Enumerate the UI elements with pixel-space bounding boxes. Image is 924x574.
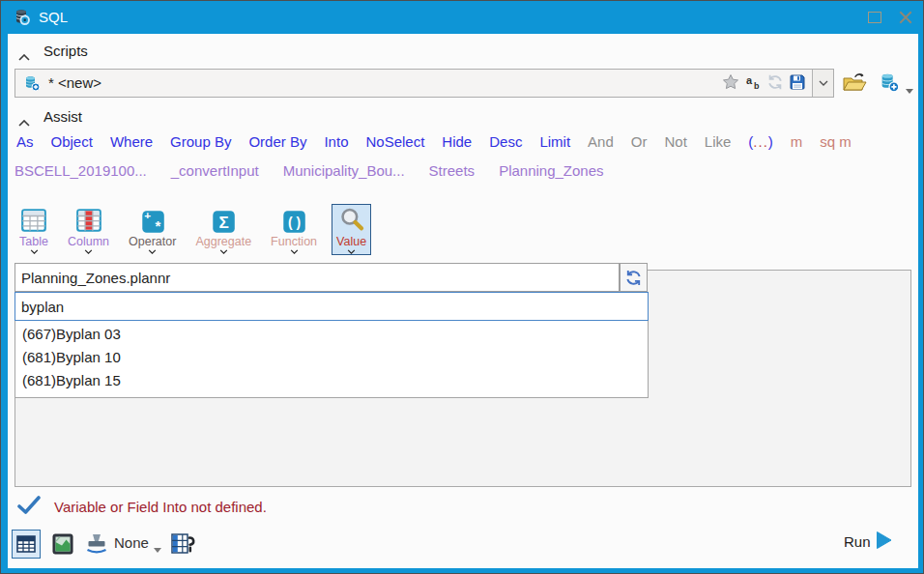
rename-icon[interactable]: ab (744, 73, 762, 91)
function-dropdown-chevron (290, 249, 299, 254)
keyword-row: As Object Where Group By Order By Into N… (16, 133, 852, 150)
svg-text:Σ: Σ (219, 213, 229, 232)
operator-icon: +* (138, 206, 167, 235)
new-database-button[interactable] (879, 72, 900, 97)
value-list: (667)Byplan 03 (681)Byplan 10 (681)Bypla… (14, 321, 649, 398)
validation-check-icon (17, 496, 41, 517)
table-link-streets[interactable]: Streets (429, 162, 476, 179)
keyword-or[interactable]: Or (631, 133, 648, 150)
svg-text:b: b (754, 81, 760, 91)
table-link-bscell[interactable]: BSCELL_2019100... (14, 162, 147, 179)
sql-database-icon (14, 9, 31, 26)
keyword-desc[interactable]: Desc (489, 133, 522, 150)
assist-header[interactable]: Assist (43, 108, 82, 125)
run-button-label[interactable]: Run (844, 533, 871, 550)
query-table-button[interactable] (170, 531, 197, 558)
script-selector[interactable]: * <new> ab (14, 69, 834, 98)
script-dropdown-chevron[interactable] (812, 70, 833, 97)
run-play-icon[interactable] (876, 531, 893, 550)
keyword-not[interactable]: Not (664, 133, 686, 150)
value-list-item[interactable]: (681)Byplan 15 (15, 369, 648, 392)
script-name: * <new> (48, 70, 101, 97)
collapse-scripts-icon[interactable] (18, 47, 30, 55)
refresh-values-button[interactable] (620, 263, 648, 292)
svg-text:a: a (746, 74, 753, 86)
value-list-item[interactable]: (667)Byplan 03 (15, 323, 648, 346)
maximize-button[interactable] (868, 12, 881, 23)
table-link-municipality[interactable]: Municipality_Bou... (283, 162, 405, 179)
magnifier-icon (337, 206, 366, 235)
table-link-row: BSCELL_2019100... _convertInput Municipa… (14, 162, 604, 179)
new-database-dropdown-icon[interactable] (906, 80, 913, 98)
collapse-assist-icon[interactable] (18, 113, 30, 121)
layer-mode-selector[interactable]: None (114, 534, 149, 551)
keyword-object[interactable]: Object (51, 133, 93, 150)
value-search-input[interactable] (14, 292, 649, 321)
table-dropdown-chevron (30, 249, 39, 254)
svg-text:+: + (144, 209, 151, 221)
svg-text:( ): ( ) (288, 215, 301, 230)
open-folder-button[interactable] (842, 71, 867, 98)
keyword-noselect[interactable]: NoSelect (365, 133, 424, 150)
table-grid-icon (19, 206, 48, 235)
value-button[interactable]: Value (332, 204, 371, 255)
scripts-header[interactable]: Scripts (43, 43, 88, 59)
keyword-group-by[interactable]: Group By (170, 133, 231, 150)
keyword-m[interactable]: m (791, 133, 803, 150)
window-title: SQL (39, 1, 68, 33)
keyword-sq-m[interactable]: sq m (820, 133, 852, 150)
table-link-convertinput[interactable]: _convertInput (171, 162, 259, 179)
aggregate-button[interactable]: Σ Aggregate (190, 204, 256, 255)
keyword-as[interactable]: As (16, 133, 34, 150)
column-button[interactable]: Column (63, 204, 114, 255)
sigma-icon: Σ (209, 206, 238, 235)
value-dropdown-chevron (347, 249, 356, 254)
builder-toolbar: Table Column +* Operator Σ (14, 204, 371, 255)
sql-dialog: SQL Scripts * <new> (0, 0, 924, 574)
dialog-body: Scripts * <new> ab (8, 34, 918, 568)
operator-dropdown-chevron (148, 249, 157, 254)
database-add-icon (23, 74, 41, 92)
function-button[interactable]: ( ) Function (266, 204, 322, 255)
value-expression-input[interactable] (14, 263, 620, 292)
titlebar[interactable]: SQL (1, 1, 923, 34)
favorite-star-icon[interactable] (722, 73, 739, 91)
aggregate-dropdown-chevron (219, 249, 228, 254)
refresh-script-icon[interactable] (766, 73, 784, 91)
parentheses-icon: ( ) (279, 206, 308, 235)
keyword-hide[interactable]: Hide (442, 133, 472, 150)
close-button[interactable] (898, 10, 913, 25)
column-dropdown-chevron (84, 249, 93, 254)
show-results-grid-button[interactable] (12, 530, 41, 559)
table-button[interactable]: Table (14, 204, 53, 255)
svg-text:*: * (155, 217, 160, 234)
keyword-like[interactable]: Like (705, 133, 732, 150)
keyword-limit[interactable]: Limit (539, 133, 570, 150)
show-on-map-button[interactable] (50, 531, 75, 557)
value-list-item[interactable]: (681)Byplan 10 (15, 346, 648, 369)
keyword-and[interactable]: And (588, 133, 614, 150)
save-script-icon[interactable] (789, 73, 806, 91)
layer-mode-dropdown-icon[interactable] (154, 539, 161, 557)
status-message: Variable or Field Into not defined. (54, 499, 267, 515)
keyword-ellipsis[interactable]: (...) (748, 133, 773, 150)
keyword-where[interactable]: Where (110, 133, 153, 150)
keyword-into[interactable]: Into (324, 133, 348, 150)
column-grid-icon (74, 206, 103, 235)
stamp-mode-icon[interactable] (84, 531, 109, 557)
operator-button[interactable]: +* Operator (124, 204, 181, 255)
keyword-order-by[interactable]: Order By (248, 133, 306, 150)
table-link-planning-zones[interactable]: Planning_Zones (499, 162, 603, 179)
